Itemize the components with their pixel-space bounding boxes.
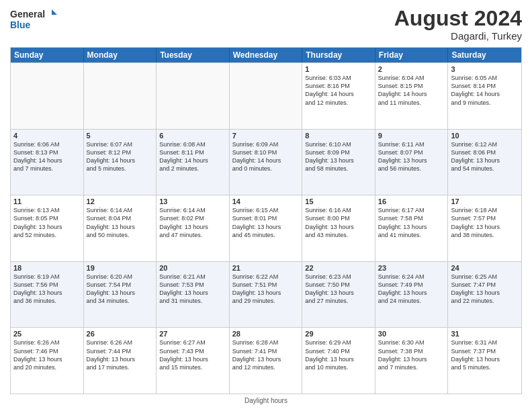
day-number: 2	[378, 65, 445, 73]
cal-cell-16: 16Sunrise: 6:17 AM Sunset: 7:58 PM Dayli…	[375, 195, 449, 261]
cal-cell-19: 19Sunrise: 6:20 AM Sunset: 7:54 PM Dayli…	[84, 262, 157, 328]
cal-cell-31: 31Sunrise: 6:31 AM Sunset: 7:37 PM Dayli…	[448, 328, 521, 394]
cal-cell-22: 22Sunrise: 6:23 AM Sunset: 7:50 PM Dayli…	[302, 262, 375, 328]
day-number: 6	[159, 132, 226, 140]
cell-info: Sunrise: 6:15 AM Sunset: 8:01 PM Dayligh…	[232, 206, 300, 239]
cell-info: Sunrise: 6:06 AM Sunset: 8:13 PM Dayligh…	[13, 140, 81, 173]
logo-svg: General Blue	[10, 7, 57, 32]
location-subtitle: Dagardi, Turkey	[394, 30, 522, 42]
calendar-body: 1Sunrise: 6:03 AM Sunset: 8:16 PM Daylig…	[11, 62, 521, 394]
cell-info: Sunrise: 6:07 AM Sunset: 8:12 PM Dayligh…	[87, 140, 154, 173]
day-number: 25	[13, 330, 81, 338]
day-number: 22	[305, 264, 372, 272]
cal-cell-6: 6Sunrise: 6:08 AM Sunset: 8:11 PM Daylig…	[157, 130, 230, 195]
day-number: 10	[451, 132, 519, 140]
cal-cell-25: 25Sunrise: 6:26 AM Sunset: 7:46 PM Dayli…	[11, 328, 84, 394]
day-number: 29	[305, 330, 372, 338]
day-number: 26	[87, 330, 154, 338]
day-number: 28	[232, 330, 300, 338]
cell-info: Sunrise: 6:23 AM Sunset: 7:50 PM Dayligh…	[305, 273, 372, 306]
cell-info: Sunrise: 6:13 AM Sunset: 8:05 PM Dayligh…	[13, 206, 81, 239]
cal-cell-13: 13Sunrise: 6:14 AM Sunset: 8:02 PM Dayli…	[157, 195, 230, 261]
cal-header-cell-monday: Monday	[84, 48, 157, 62]
calendar-row-5: 25Sunrise: 6:26 AM Sunset: 7:46 PM Dayli…	[11, 327, 521, 394]
cal-cell-18: 18Sunrise: 6:19 AM Sunset: 7:56 PM Dayli…	[11, 262, 84, 328]
day-number: 14	[232, 197, 300, 205]
day-number: 27	[159, 330, 226, 338]
cal-cell-14: 14Sunrise: 6:15 AM Sunset: 8:01 PM Dayli…	[230, 195, 303, 261]
cal-cell-17: 17Sunrise: 6:18 AM Sunset: 7:57 PM Dayli…	[448, 195, 521, 261]
calendar: SundayMondayTuesdayWednesdayThursdayFrid…	[10, 47, 522, 394]
cal-cell-20: 20Sunrise: 6:21 AM Sunset: 7:53 PM Dayli…	[157, 262, 230, 328]
day-number: 20	[159, 264, 226, 272]
cal-cell-21: 21Sunrise: 6:22 AM Sunset: 7:51 PM Dayli…	[230, 262, 303, 328]
cell-info: Sunrise: 6:31 AM Sunset: 7:37 PM Dayligh…	[451, 338, 519, 371]
cell-info: Sunrise: 6:04 AM Sunset: 8:15 PM Dayligh…	[378, 74, 445, 107]
svg-text:General: General	[10, 9, 45, 19]
day-number: 19	[87, 264, 154, 272]
cal-cell-27: 27Sunrise: 6:27 AM Sunset: 7:43 PM Dayli…	[157, 328, 230, 394]
day-number: 17	[451, 197, 519, 205]
cal-cell-11: 11Sunrise: 6:13 AM Sunset: 8:05 PM Dayli…	[11, 195, 84, 261]
day-number: 23	[378, 264, 445, 272]
cal-cell-empty-0	[11, 63, 84, 129]
day-number: 11	[13, 197, 81, 205]
cell-info: Sunrise: 6:26 AM Sunset: 7:44 PM Dayligh…	[87, 338, 154, 371]
cal-cell-9: 9Sunrise: 6:11 AM Sunset: 8:07 PM Daylig…	[375, 130, 449, 195]
svg-marker-2	[52, 9, 57, 15]
cell-info: Sunrise: 6:21 AM Sunset: 7:53 PM Dayligh…	[159, 273, 226, 306]
cell-info: Sunrise: 6:18 AM Sunset: 7:57 PM Dayligh…	[451, 206, 519, 239]
cal-cell-1: 1Sunrise: 6:03 AM Sunset: 8:16 PM Daylig…	[302, 63, 375, 129]
cal-cell-4: 4Sunrise: 6:06 AM Sunset: 8:13 PM Daylig…	[11, 130, 84, 195]
day-number: 12	[87, 197, 154, 205]
svg-text:Blue: Blue	[10, 19, 31, 30]
cal-cell-2: 2Sunrise: 6:04 AM Sunset: 8:15 PM Daylig…	[375, 63, 449, 129]
day-number: 18	[13, 264, 81, 272]
cell-info: Sunrise: 6:19 AM Sunset: 7:56 PM Dayligh…	[13, 273, 81, 306]
cal-header-cell-saturday: Saturday	[448, 48, 521, 62]
cell-info: Sunrise: 6:17 AM Sunset: 7:58 PM Dayligh…	[378, 206, 445, 239]
cal-cell-29: 29Sunrise: 6:29 AM Sunset: 7:40 PM Dayli…	[302, 328, 375, 394]
cell-info: Sunrise: 6:24 AM Sunset: 7:49 PM Dayligh…	[378, 273, 445, 306]
day-number: 24	[451, 264, 519, 272]
title-block: August 2024 Dagardi, Turkey	[394, 7, 522, 42]
day-number: 15	[305, 197, 372, 205]
day-number: 7	[232, 132, 300, 140]
calendar-row-1: 1Sunrise: 6:03 AM Sunset: 8:16 PM Daylig…	[11, 62, 521, 129]
cell-info: Sunrise: 6:11 AM Sunset: 8:07 PM Dayligh…	[378, 140, 445, 173]
cell-info: Sunrise: 6:25 AM Sunset: 7:47 PM Dayligh…	[451, 273, 519, 306]
day-number: 21	[232, 264, 300, 272]
cell-info: Sunrise: 6:30 AM Sunset: 7:38 PM Dayligh…	[378, 338, 445, 371]
cell-info: Sunrise: 6:12 AM Sunset: 8:06 PM Dayligh…	[451, 140, 519, 173]
cal-cell-empty-1	[84, 63, 157, 129]
cal-cell-empty-2	[157, 63, 230, 129]
calendar-row-3: 11Sunrise: 6:13 AM Sunset: 8:05 PM Dayli…	[11, 195, 521, 261]
cal-cell-23: 23Sunrise: 6:24 AM Sunset: 7:49 PM Dayli…	[375, 262, 449, 328]
cell-info: Sunrise: 6:14 AM Sunset: 8:02 PM Dayligh…	[159, 206, 226, 239]
cell-info: Sunrise: 6:08 AM Sunset: 8:11 PM Dayligh…	[159, 140, 226, 173]
day-number: 30	[378, 330, 445, 338]
day-number: 8	[305, 132, 372, 140]
page: General Blue August 2024 Dagardi, Turkey…	[0, 0, 532, 411]
cal-header-cell-thursday: Thursday	[302, 48, 375, 62]
cell-info: Sunrise: 6:09 AM Sunset: 8:10 PM Dayligh…	[232, 140, 300, 173]
cell-info: Sunrise: 6:27 AM Sunset: 7:43 PM Dayligh…	[159, 338, 226, 371]
cal-cell-12: 12Sunrise: 6:14 AM Sunset: 8:04 PM Dayli…	[84, 195, 157, 261]
cell-info: Sunrise: 6:10 AM Sunset: 8:09 PM Dayligh…	[305, 140, 372, 173]
day-number: 31	[451, 330, 519, 338]
cal-cell-empty-3	[230, 63, 303, 129]
day-number: 16	[378, 197, 445, 205]
footer-note: Daylight hours	[10, 397, 522, 404]
cell-info: Sunrise: 6:26 AM Sunset: 7:46 PM Dayligh…	[13, 338, 81, 371]
cell-info: Sunrise: 6:03 AM Sunset: 8:16 PM Dayligh…	[305, 74, 372, 107]
cal-header-cell-tuesday: Tuesday	[157, 48, 230, 62]
cell-info: Sunrise: 6:22 AM Sunset: 7:51 PM Dayligh…	[232, 273, 300, 306]
day-number: 1	[305, 65, 372, 73]
cell-info: Sunrise: 6:05 AM Sunset: 8:14 PM Dayligh…	[451, 74, 519, 107]
header: General Blue August 2024 Dagardi, Turkey	[10, 7, 522, 42]
cal-cell-7: 7Sunrise: 6:09 AM Sunset: 8:10 PM Daylig…	[230, 130, 303, 195]
day-number: 9	[378, 132, 445, 140]
cal-cell-30: 30Sunrise: 6:30 AM Sunset: 7:38 PM Dayli…	[375, 328, 449, 394]
day-number: 5	[87, 132, 154, 140]
cal-cell-10: 10Sunrise: 6:12 AM Sunset: 8:06 PM Dayli…	[448, 130, 521, 195]
